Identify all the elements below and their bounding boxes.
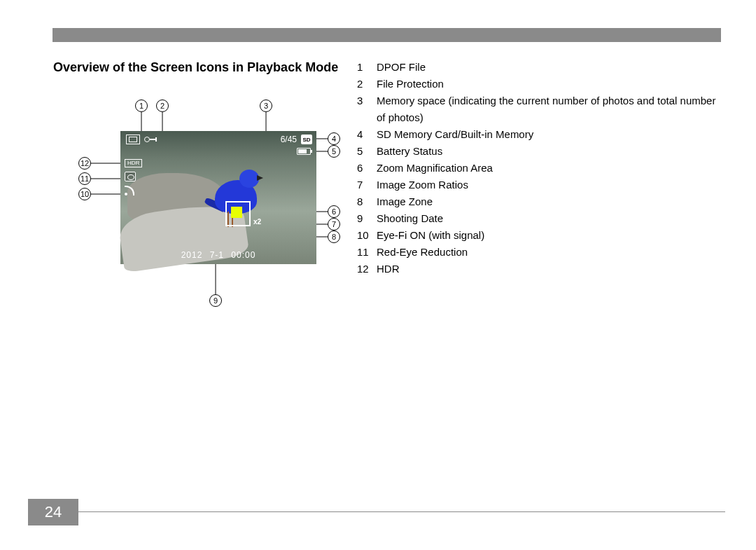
legend-item: 8Image Zone	[357, 193, 721, 210]
red-eye-icon	[125, 172, 136, 181]
legend-item: 11Red-Eye Reduction	[357, 244, 721, 261]
callout-2: 2	[156, 99, 169, 112]
zoom-area-icon	[225, 201, 251, 226]
legend-item: 9Shooting Date	[357, 210, 721, 227]
battery-icon	[297, 148, 311, 155]
callout-8: 8	[328, 231, 340, 243]
legend-item: 7Image Zoom Ratios	[357, 177, 721, 193]
footer-rule	[78, 511, 725, 512]
callout-7: 7	[328, 218, 340, 231]
dpof-icon	[126, 135, 140, 144]
legend-item: 10Eye-Fi ON (with signal)	[357, 227, 721, 244]
legend-item: 12HDR	[357, 261, 721, 277]
shooting-date: 2012 7-1 00:00	[120, 250, 316, 260]
legend-item: 4SD Memory Card/Built-in Memory	[357, 126, 721, 143]
callout-4: 4	[328, 132, 340, 145]
section-title: Overview of the Screen Icons in Playback…	[53, 60, 338, 75]
lcd-screen: 6/45 SD HDR x2 2012 7-1 00:00	[120, 131, 316, 264]
osd-top-right: 6/45 SD	[281, 135, 312, 144]
memory-counter: 6/45	[281, 135, 297, 144]
osd-left-column: HDR	[125, 159, 142, 195]
callout-10: 10	[78, 188, 91, 200]
eyefi-icon	[125, 186, 136, 195]
zoom-zone-icon	[231, 207, 242, 218]
callout-9: 9	[209, 294, 222, 307]
callout-6: 6	[328, 205, 340, 218]
photo-bird	[257, 175, 263, 181]
photo-bird	[239, 170, 259, 188]
manual-page: Overview of the Screen Icons in Playback…	[0, 0, 756, 550]
page-number: 24	[28, 499, 78, 525]
lcd-diagram: 1 2 3 4 5 6 7 8 9 10 11 12	[77, 99, 336, 324]
callout-5: 5	[328, 145, 340, 158]
zoom-ratio: x2	[253, 218, 261, 226]
legend-item: 3Memory space (indicating the current nu…	[357, 92, 721, 126]
callout-1: 1	[135, 99, 148, 112]
callout-11: 11	[78, 172, 91, 185]
legend-item: 1DPOF File	[357, 59, 721, 76]
legend-item: 6Zoom Magnification Area	[357, 160, 721, 177]
header-bar	[52, 28, 721, 42]
lock-icon	[144, 137, 157, 142]
legend-item: 5Battery Status	[357, 143, 721, 160]
osd-top-left	[126, 135, 157, 144]
legend-list: 1DPOF File 2File Protection 3Memory spac…	[357, 59, 721, 277]
callout-3: 3	[260, 99, 272, 112]
hdr-icon: HDR	[125, 159, 142, 167]
legend-item: 2File Protection	[357, 76, 721, 92]
sd-card-icon: SD	[301, 135, 312, 144]
callout-12: 12	[78, 157, 91, 170]
